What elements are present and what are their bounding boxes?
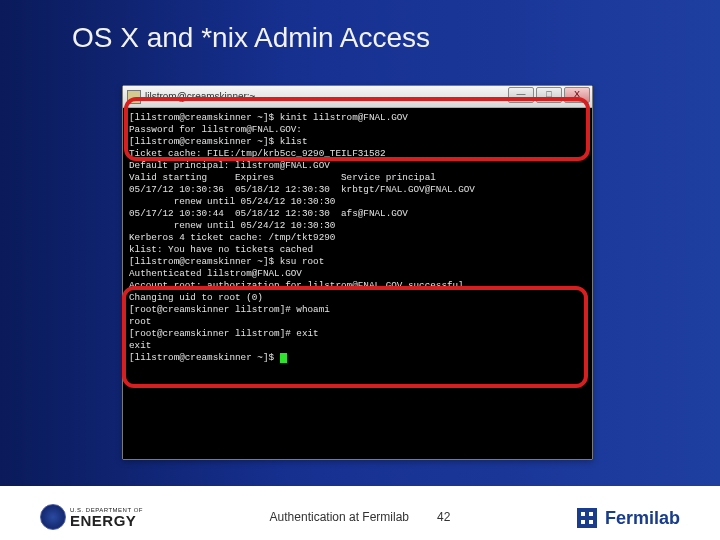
terminal-line: klist: You have no tickets cached: [129, 244, 586, 256]
slide-background: OS X and *nix Admin Access lilstrom@crea…: [0, 0, 720, 540]
fermilab-text: Fermilab: [605, 508, 680, 529]
maximize-button[interactable]: □: [536, 87, 562, 103]
doe-logo-block: U.S. DEPARTMENT OF ENERGY: [40, 504, 143, 530]
terminal-line: Kerberos 4 ticket cache: /tmp/tkt9290: [129, 232, 586, 244]
terminal-line: [lilstrom@creamskinner ~]$: [129, 352, 586, 364]
window-controls: — □ X: [508, 87, 590, 103]
terminal-line: Password for lilstrom@FNAL.GOV:: [129, 124, 586, 136]
fermilab-logo-block: Fermilab: [575, 506, 680, 530]
doe-big-text: ENERGY: [70, 513, 143, 528]
putty-icon: [127, 90, 141, 104]
close-button[interactable]: X: [564, 87, 590, 103]
terminal-body: [lilstrom@creamskinner ~]$ kinit lilstro…: [123, 108, 592, 459]
slide-title: OS X and *nix Admin Access: [72, 22, 430, 54]
terminal-line: renew until 05/24/12 10:30:30: [129, 196, 586, 208]
terminal-line: Account root: authorization for lilstrom…: [129, 280, 586, 292]
terminal-line: [root@creamskinner lilstrom]# whoami: [129, 304, 586, 316]
terminal-line: [lilstrom@creamskinner ~]$ kinit lilstro…: [129, 112, 586, 124]
window-title-text: lilstrom@creamskinner:~: [145, 91, 255, 102]
terminal-line: renew until 05/24/12 10:30:30: [129, 220, 586, 232]
terminal-line: 05/17/12 10:30:36 05/18/12 12:30:30 krbt…: [129, 184, 586, 196]
doe-seal-icon: [40, 504, 66, 530]
terminal-line: Ticket cache: FILE:/tmp/krb5cc_9290_TEIL…: [129, 148, 586, 160]
terminal-line: exit: [129, 340, 586, 352]
terminal-line: Changing uid to root (0): [129, 292, 586, 304]
footer-caption: Authentication at Fermilab: [270, 510, 409, 524]
terminal-window: lilstrom@creamskinner:~ — □ X [lilstrom@…: [122, 85, 593, 460]
doe-text: U.S. DEPARTMENT OF ENERGY: [70, 507, 143, 528]
slide-footer: U.S. DEPARTMENT OF ENERGY Authentication…: [0, 486, 720, 540]
page-number: 42: [437, 510, 450, 524]
terminal-line: Default principal: lilstrom@FNAL.GOV: [129, 160, 586, 172]
terminal-cursor: [280, 353, 287, 363]
terminal-line: [lilstrom@creamskinner ~]$ ksu root: [129, 256, 586, 268]
terminal-line: Authenticated lilstrom@FNAL.GOV: [129, 268, 586, 280]
terminal-line: 05/17/12 10:30:44 05/18/12 12:30:30 afs@…: [129, 208, 586, 220]
fermilab-icon: [575, 506, 599, 530]
terminal-line: [root@creamskinner lilstrom]# exit: [129, 328, 586, 340]
terminal-line: Valid starting Expires Service principal: [129, 172, 586, 184]
terminal-line: [lilstrom@creamskinner ~]$ klist: [129, 136, 586, 148]
minimize-button[interactable]: —: [508, 87, 534, 103]
window-titlebar: lilstrom@creamskinner:~ — □ X: [123, 86, 592, 108]
terminal-line: root: [129, 316, 586, 328]
